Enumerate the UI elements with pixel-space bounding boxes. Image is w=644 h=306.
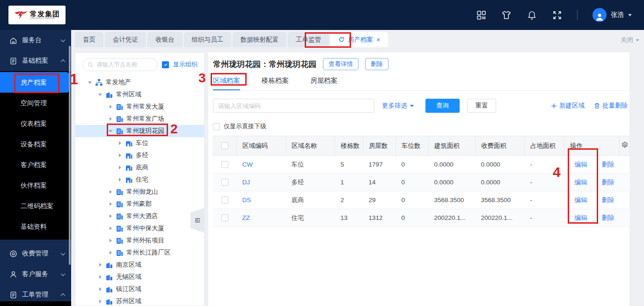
delete-link[interactable]: 删除 xyxy=(602,214,615,221)
tree-node[interactable]: 常州御龙山 xyxy=(75,186,204,198)
tree-node[interactable]: 常发地产 xyxy=(75,76,204,88)
caret-collapsed-icon[interactable] xyxy=(119,141,123,145)
edit-link[interactable]: 编辑 xyxy=(575,161,587,168)
area-code-link[interactable]: DJ xyxy=(242,179,250,186)
area-code-link[interactable]: DS xyxy=(242,197,251,204)
user-menu[interactable]: 张浩 xyxy=(593,8,632,22)
batch-delete-button[interactable]: 批量删除 xyxy=(594,102,628,110)
sidebar-item-meter-archives[interactable]: 仪表档案 xyxy=(0,113,71,134)
sidebar-section-basic-archives[interactable]: 基础档案 xyxy=(0,51,71,71)
caret-collapsed-icon[interactable] xyxy=(119,166,123,169)
tab-house-archives[interactable]: 房屋档案 xyxy=(310,76,337,90)
column-settings-gear-icon[interactable] xyxy=(621,141,629,149)
search-button[interactable]: 查询 xyxy=(425,99,460,113)
edit-link[interactable]: 编辑 xyxy=(575,179,587,186)
caret-collapsed-icon[interactable] xyxy=(99,299,103,303)
tree-node[interactable]: 底商 xyxy=(75,161,204,174)
sidebar-item-customer-archives[interactable]: 客户档案 xyxy=(0,154,71,175)
close-all-tabs-button[interactable]: 关闭 xyxy=(621,36,639,44)
row-checkbox[interactable] xyxy=(221,179,228,186)
tree-node[interactable]: 常州豪郡 xyxy=(75,198,204,210)
reset-button[interactable]: 重置 xyxy=(467,99,496,113)
close-tab-icon[interactable]: × xyxy=(376,36,380,43)
tree-node[interactable]: 常州外拓项目 xyxy=(75,234,204,247)
sidebar-item-equipment-archives[interactable]: 设备档案 xyxy=(0,134,71,154)
caret-expanded-icon[interactable] xyxy=(109,130,112,134)
area-code-link[interactable]: CW xyxy=(242,161,253,168)
tab-property-archives[interactable]: 房产档案 × xyxy=(330,32,388,47)
tree-search-input[interactable] xyxy=(96,61,149,68)
sidebar-section-customer-service[interactable]: 客户服务 xyxy=(0,264,71,284)
tab-workorder-monitor[interactable]: 工单监管 xyxy=(288,32,329,47)
tree-node[interactable]: 常州中保大厦 xyxy=(75,222,204,234)
sidebar-item-space-management[interactable]: 空间管理 xyxy=(0,93,71,113)
caret-collapsed-icon[interactable] xyxy=(110,214,114,218)
tab-cashier[interactable]: 收银台 xyxy=(147,32,183,47)
row-checkbox[interactable] xyxy=(221,197,228,204)
delete-link[interactable]: 删除 xyxy=(602,179,615,186)
company-logo[interactable]: 常发集团 CHANGFA GROUP xyxy=(8,6,66,24)
tree-node[interactable]: 车位 xyxy=(75,137,204,149)
area-code-link[interactable]: ZZ xyxy=(242,214,250,221)
tree-node[interactable]: 无锡区域 xyxy=(75,271,204,283)
sidebar-section-service-desk[interactable]: 服务台 xyxy=(0,30,71,51)
apps-grid-icon[interactable] xyxy=(476,10,486,20)
sidebar-item-partner-archives[interactable]: 伙伴档案 xyxy=(0,175,71,196)
refresh-icon[interactable] xyxy=(338,36,344,43)
tree-node[interactable]: 苏州区域 xyxy=(75,295,204,306)
tree-node[interactable]: 镇江区域 xyxy=(75,283,204,295)
caret-collapsed-icon[interactable] xyxy=(99,275,103,279)
more-filters-button[interactable]: 更多筛选 xyxy=(382,102,414,110)
caret-collapsed-icon[interactable] xyxy=(119,153,123,157)
fullscreen-icon[interactable] xyxy=(552,10,562,20)
tree-search-box[interactable] xyxy=(82,58,158,71)
caret-expanded-icon[interactable] xyxy=(88,81,92,86)
caret-collapsed-icon[interactable] xyxy=(110,251,114,255)
tree-node[interactable]: 多经 xyxy=(75,149,204,161)
edit-link[interactable]: 编辑 xyxy=(575,214,587,221)
sidebar-section-charge-management[interactable]: 收费管理 xyxy=(0,243,71,264)
tree-node[interactable]: 南京区域 xyxy=(75,259,204,271)
caret-collapsed-icon[interactable] xyxy=(119,178,123,182)
tab-data-mapping[interactable]: 数据映射配置 xyxy=(233,32,286,47)
caret-collapsed-icon[interactable] xyxy=(110,202,114,206)
select-all-checkbox[interactable] xyxy=(221,142,228,149)
sidebar-item-property-archives[interactable]: 房产档案 xyxy=(0,72,69,93)
tab-area-archives[interactable]: 区域档案 xyxy=(213,76,240,90)
caret-collapsed-icon[interactable] xyxy=(110,226,114,230)
row-checkbox[interactable] xyxy=(221,214,228,221)
tree-node[interactable]: 住宅 xyxy=(75,174,204,186)
tab-home[interactable]: 首页 xyxy=(75,32,103,47)
show-org-label[interactable]: 显示组织 xyxy=(173,60,198,69)
caret-collapsed-icon[interactable] xyxy=(110,117,114,121)
caret-expanded-icon[interactable] xyxy=(98,94,102,98)
direct-children-checkbox[interactable] xyxy=(213,123,220,130)
notification-bell-icon[interactable] xyxy=(527,10,537,20)
caret-collapsed-icon[interactable] xyxy=(99,263,103,267)
tree-node[interactable]: 常州长江路厂区 xyxy=(75,247,204,259)
tree-node-selected[interactable]: 常州珑玥花园 xyxy=(75,125,204,137)
delete-button[interactable]: 删除 xyxy=(365,58,388,70)
tree-node[interactable]: 常州常发大厦 xyxy=(75,101,204,113)
theme-shirt-icon[interactable] xyxy=(501,10,512,20)
edit-link[interactable]: 编辑 xyxy=(575,197,587,204)
new-area-button[interactable]: 新建区域 xyxy=(551,102,585,110)
caret-collapsed-icon[interactable] xyxy=(110,190,114,194)
tree-node[interactable]: 常州大酒店 xyxy=(75,210,204,222)
caret-collapsed-icon[interactable] xyxy=(110,239,114,242)
tab-org-employees[interactable]: 组织与员工 xyxy=(184,32,232,47)
sidebar-scrollbar[interactable] xyxy=(69,46,71,265)
row-checkbox[interactable] xyxy=(221,161,228,168)
delete-link[interactable]: 删除 xyxy=(602,197,615,204)
sidebar-item-qrcode-archives[interactable]: 二维码档案 xyxy=(0,196,71,216)
area-code-input[interactable] xyxy=(213,99,374,113)
tab-accounting-voucher[interactable]: 会计凭证 xyxy=(105,32,146,47)
show-org-checkbox[interactable] xyxy=(162,61,169,68)
tree-node[interactable]: 常州常发广场 xyxy=(75,113,204,125)
view-detail-button[interactable]: 查看详情 xyxy=(323,58,359,70)
caret-collapsed-icon[interactable] xyxy=(99,287,103,291)
tree-node[interactable]: 常州区域 xyxy=(75,88,204,101)
caret-collapsed-icon[interactable] xyxy=(110,105,114,109)
tab-building-archives[interactable]: 楼栋档案 xyxy=(262,76,289,90)
delete-link[interactable]: 删除 xyxy=(602,161,615,168)
